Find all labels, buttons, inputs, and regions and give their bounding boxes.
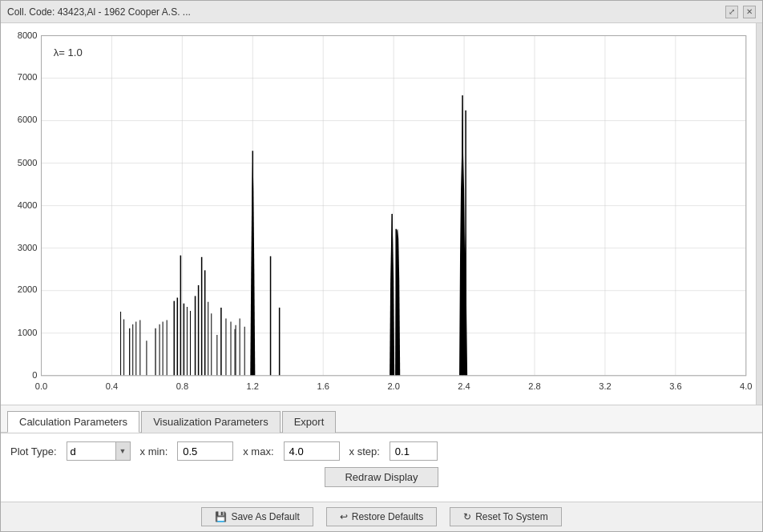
title-bar-buttons: ⤢ ✕ <box>725 6 756 18</box>
svg-text:3.6: 3.6 <box>669 381 681 391</box>
svg-text:2.8: 2.8 <box>528 381 540 391</box>
svg-text:7000: 7000 <box>18 72 38 82</box>
plot-type-arrow-icon[interactable]: ▼ <box>115 442 130 460</box>
svg-text:5000: 5000 <box>18 158 38 167</box>
restore-icon: ↩ <box>340 511 348 522</box>
window-title: Coll. Code: 43423,Al - 1962 Cooper A.S. … <box>7 6 191 18</box>
svg-text:3.2: 3.2 <box>599 381 611 391</box>
plot-type-select[interactable]: d <box>67 444 115 459</box>
svg-rect-0 <box>1 23 762 405</box>
chart-scrollbar[interactable] <box>756 23 762 405</box>
svg-text:1.2: 1.2 <box>247 381 259 391</box>
chart-area: 0 1000 2000 3000 4000 5000 6000 7000 800… <box>1 23 762 405</box>
tab-calculation-parameters[interactable]: Calculation Parameters <box>7 411 139 433</box>
main-window: Coll. Code: 43423,Al - 1962 Cooper A.S. … <box>0 0 763 532</box>
chart-svg: 0 1000 2000 3000 4000 5000 6000 7000 800… <box>1 23 762 405</box>
svg-text:4000: 4000 <box>18 200 38 210</box>
svg-text:1.6: 1.6 <box>317 381 329 391</box>
svg-text:2.4: 2.4 <box>458 381 470 391</box>
svg-text:0: 0 <box>32 370 37 380</box>
close-button[interactable]: ✕ <box>743 6 756 18</box>
xmax-label: x max: <box>243 445 273 457</box>
expand-button[interactable]: ⤢ <box>725 6 738 18</box>
svg-text:0.0: 0.0 <box>35 381 47 391</box>
svg-text:4.0: 4.0 <box>740 381 752 391</box>
tabs-bar: Calculation Parameters Visualization Par… <box>1 405 762 433</box>
xmin-input[interactable] <box>177 441 233 461</box>
svg-text:0.8: 0.8 <box>176 381 188 391</box>
save-icon: 💾 <box>215 511 227 522</box>
reset-system-button[interactable]: ↻ Reset To System <box>450 507 561 526</box>
svg-text:2.0: 2.0 <box>387 381 399 391</box>
svg-text:λ= 1.0: λ= 1.0 <box>54 46 83 58</box>
xmax-input[interactable] <box>284 441 340 461</box>
title-bar: Coll. Code: 43423,Al - 1962 Cooper A.S. … <box>1 1 762 23</box>
xmin-label: x min: <box>140 445 168 457</box>
xstep-label: x step: <box>349 445 380 457</box>
redraw-button[interactable]: Redraw Display <box>325 467 438 487</box>
bottom-bar: 💾 Save As Default ↩ Restore Defaults ↻ R… <box>1 502 762 531</box>
restore-defaults-button[interactable]: ↩ Restore Defaults <box>326 507 437 526</box>
svg-text:6000: 6000 <box>18 115 38 124</box>
save-default-button[interactable]: 💾 Save As Default <box>201 507 313 526</box>
svg-text:2000: 2000 <box>18 284 38 294</box>
params-row: Plot Type: d ▼ x min: x max: x step: <box>10 441 753 461</box>
svg-text:8000: 8000 <box>18 30 38 40</box>
reset-icon: ↻ <box>463 511 471 522</box>
svg-text:0.4: 0.4 <box>106 381 118 391</box>
svg-text:3000: 3000 <box>18 242 38 252</box>
svg-text:1000: 1000 <box>18 328 38 337</box>
tab-export[interactable]: Export <box>282 411 337 433</box>
plot-type-select-wrapper[interactable]: d ▼ <box>67 441 131 461</box>
plot-type-label: Plot Type: <box>10 445 57 457</box>
params-section: Plot Type: d ▼ x min: x max: x step: Red… <box>1 433 762 502</box>
tab-visualization-parameters[interactable]: Visualization Parameters <box>141 411 281 433</box>
xstep-input[interactable] <box>390 441 438 461</box>
